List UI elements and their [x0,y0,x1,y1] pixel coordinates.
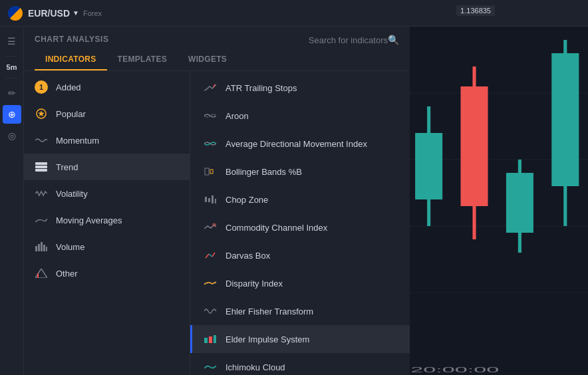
pair-name[interactable]: EUR/USD [28,8,70,19]
svg-rect-50 [204,338,208,343]
svg-rect-47 [212,195,214,203]
volatility-icon [35,187,48,200]
tool-separator-2 [5,78,19,78]
elder-icon [203,332,218,346]
other-icon [35,267,48,280]
indicator-ichimoku-label: Ichimoku Cloud [225,362,285,372]
categories-sidebar: 1 Added Popular Momentum [24,71,190,375]
admi-icon [203,136,218,151]
pair-flag [8,6,23,21]
measure-button[interactable]: ◎ [3,126,21,145]
svg-rect-52 [214,335,216,343]
indicator-admi-label: Average Directional Movement Index [225,139,367,149]
svg-line-42 [214,84,215,87]
svg-rect-35 [35,246,37,251]
aroon-icon [203,108,218,123]
indicator-elder-label: Elder Impulse System [225,334,309,344]
darvas-icon [203,248,218,263]
indicator-cci[interactable]: Commodity Channel Index [190,213,410,241]
indicators-list: ATR Trailing Stops Aroon Average Directi… [190,71,410,375]
category-volatility-label: Volatility [56,189,88,199]
svg-rect-45 [205,197,207,202]
indicator-cci-label: Commodity Channel Index [225,223,327,233]
disparity-icon [203,276,218,291]
svg-rect-27 [551,53,579,186]
svg-rect-23 [461,86,488,206]
svg-rect-39 [46,247,47,251]
category-popular[interactable]: Popular [24,100,190,127]
indicator-bb[interactable]: Bollinger Bands %B [190,158,410,186]
svg-rect-44 [210,170,213,174]
category-added-label: Added [56,82,81,92]
watchlist-button[interactable]: ☰ [3,32,21,51]
trend-icon [35,160,48,174]
category-moving-averages[interactable]: Moving Averages [24,207,190,233]
moving-averages-icon [35,213,48,227]
category-volume-label: Volume [56,242,84,252]
category-volatility[interactable]: Volatility [24,180,190,207]
atr-icon [203,80,218,95]
indicator-ehler[interactable]: Ehler Fisher Transform [190,297,410,325]
left-tools: ☰ 5m ✏ ⊕ ◎ [0,27,24,375]
category-trend[interactable]: Trend [24,154,190,180]
panel-search: 🔍 [295,35,399,45]
indicator-darvas[interactable]: Darvas Box [190,241,410,269]
indicator-aroon-label: Aroon [225,111,249,121]
svg-rect-33 [35,166,47,168]
category-popular-label: Popular [56,109,86,119]
search-input[interactable] [295,35,388,45]
volume-icon [35,240,48,253]
panel-body: 1 Added Popular Momentum [24,71,410,375]
indicators-button[interactable]: ⊕ [3,105,21,124]
indicator-ehler-label: Ehler Fisher Transform [225,307,313,316]
svg-rect-48 [215,199,216,203]
svg-rect-25 [506,173,533,233]
panel-header: CHART ANALYSIS 🔍 INDICATORS TEMPLATES WI… [24,27,410,71]
indicator-chop-label: Chop Zone [225,195,268,205]
bb-icon [203,164,218,179]
category-momentum[interactable]: Momentum [24,127,190,154]
category-other[interactable]: Other [24,260,190,287]
tab-indicators[interactable]: INDICATORS [35,49,107,70]
svg-rect-37 [41,242,43,251]
indicator-disparity-label: Disparity Index [225,279,283,289]
indicator-admi[interactable]: Average Directional Movement Index [190,130,410,158]
cci-icon [203,220,218,235]
category-added[interactable]: 1 Added [24,74,190,100]
indicator-aroon[interactable]: Aroon [190,102,410,130]
search-icon[interactable]: 🔍 [388,35,399,45]
draw-button[interactable]: ✏ [3,84,21,102]
indicator-ichimoku[interactable]: Ichimoku Cloud [190,353,410,375]
indicator-chop[interactable]: Chop Zone [190,186,410,213]
indicator-atr-label: ATR Trailing Stops [225,83,297,93]
category-trend-label: Trend [56,162,78,172]
svg-rect-43 [205,168,209,175]
tab-templates[interactable]: TEMPLATES [107,49,178,70]
category-moving-averages-label: Moving Averages [56,215,122,225]
main-layout: ☰ 5m ✏ ⊕ ◎ [0,27,588,375]
panel-tabs: INDICATORS TEMPLATES WIDGETS [35,49,399,70]
svg-rect-51 [209,336,212,343]
svg-rect-36 [38,244,40,251]
svg-rect-32 [35,162,47,165]
indicator-bb-label: Bollinger Bands %B [225,167,302,177]
popular-icon [35,107,48,120]
category-other-label: Other [56,269,78,279]
price-tag: 1.136835 [456,5,495,16]
indicator-disparity[interactable]: Disparity Index [190,269,410,297]
tab-widgets[interactable]: WIDGETS [178,49,237,70]
panel-overlay: CHART ANALYSIS 🔍 INDICATORS TEMPLATES WI… [24,27,410,375]
added-badge: 1 [35,80,48,94]
chop-icon [203,192,218,207]
svg-rect-34 [35,169,47,172]
svg-rect-21 [415,133,442,199]
indicator-atr[interactable]: ATR Trailing Stops [190,74,410,102]
svg-marker-40 [35,269,47,278]
top-bar: EUR/USD ▼ Forex 1.136835 [0,0,588,27]
pair-caret[interactable]: ▼ [73,9,79,17]
category-volume[interactable]: Volume [24,233,190,260]
timeframe-button[interactable]: 5m [4,62,20,72]
svg-rect-38 [43,245,45,251]
indicator-elder[interactable]: Elder Impulse System Elder Impulse Syste… [190,325,410,353]
svg-text:20:00:00: 20:00:00 [410,366,499,374]
